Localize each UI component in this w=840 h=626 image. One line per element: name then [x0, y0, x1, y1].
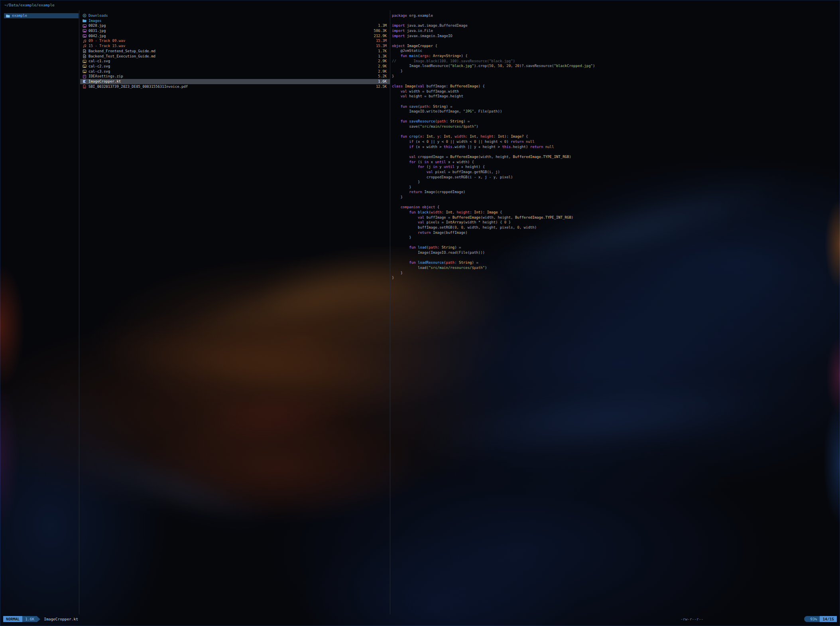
- code-line: for (j in y until y + height) {: [392, 164, 835, 170]
- code-line: val pixels = IntArray(width * height) { …: [392, 220, 835, 225]
- download-icon: [83, 14, 88, 18]
- file-row[interactable]: 0042.jpg212.9K: [80, 34, 390, 39]
- breadcrumb-path: ~/Data/example/example: [4, 3, 55, 7]
- file-row[interactable]: IDEAsettings.zip5.2K: [80, 74, 390, 79]
- code-line: [392, 240, 835, 245]
- code-line: Image(ImageIO.read(File(path))): [392, 250, 835, 255]
- parent-dir-item[interactable]: example: [4, 13, 79, 18]
- code-line: [392, 99, 835, 104]
- code-line: import javax.imageio.ImageIO: [392, 34, 835, 39]
- file-row[interactable]: cal-c1.svg2.9K: [80, 59, 390, 64]
- file-name: 0042.jpg: [89, 34, 370, 39]
- file-row[interactable]: Backend_Test_Execution_Guide.md1.3K: [80, 54, 390, 59]
- file-name: Backend_Test_Execution_Guide.md: [89, 54, 375, 59]
- code-line: save("src/main/resources/$path"): [392, 124, 835, 129]
- code-line: }: [392, 185, 835, 190]
- file-size: 2.9K: [378, 64, 387, 69]
- file-size: 1.3M: [378, 23, 387, 28]
- audio-icon: [83, 39, 88, 43]
- folder-icon: [6, 14, 11, 18]
- code-line: }: [392, 195, 835, 200]
- file-row[interactable]: 0028.jpg1.3M: [80, 23, 390, 28]
- image-icon: [83, 69, 88, 73]
- file-name: 0031.jpg: [89, 28, 370, 34]
- code-line: [392, 114, 835, 119]
- code-line: [392, 129, 835, 134]
- code-line: import java.io.File: [392, 28, 835, 34]
- code-line: fun black(width: Int, height: Int): Imag…: [392, 210, 835, 215]
- code-line: ImageIO.write(buffImage, "JPG", File(pat…: [392, 109, 835, 114]
- code-line: @JvmStatic: [392, 48, 835, 53]
- separator-arrow-icon: [37, 616, 40, 622]
- file-row[interactable]: ImageCropper.kt1.6K: [80, 79, 390, 84]
- pdf-icon: [83, 84, 88, 89]
- parent-dir-label: example: [12, 13, 27, 18]
- code-line: Image.loadResource("black.jpg").crop(50,…: [392, 63, 835, 69]
- file-size: 2.9K: [378, 59, 387, 64]
- code-line: if (x < 0 || y < 0 || width < 0 || heigh…: [392, 139, 835, 144]
- file-name: IDEAsettings.zip: [89, 74, 375, 79]
- status-bar-right: -rw-r--r-- 93% 14/15: [681, 616, 837, 622]
- code-line: }: [392, 235, 835, 240]
- code-line: [392, 200, 835, 205]
- file-size: 5.2K: [378, 74, 387, 79]
- audio-icon: [83, 44, 88, 48]
- mode-indicator: NORMAL: [3, 616, 22, 622]
- file-name: Backend_Frontend_Setup_Guide.md: [89, 49, 375, 54]
- pane-divider: [79, 10, 79, 614]
- code-line: val width = buffImage.width: [392, 89, 835, 94]
- code-line: [392, 79, 835, 84]
- file-size: 15.3M: [376, 38, 387, 43]
- file-row[interactable]: 15 - Track 15.wav15.3M: [80, 43, 390, 49]
- code-line: [392, 255, 835, 261]
- file-size: 1.6K: [378, 79, 387, 84]
- code-line: for (i in x until x + width) {: [392, 160, 835, 165]
- file-row[interactable]: Images: [80, 18, 390, 24]
- file-size: 212.9K: [374, 34, 387, 39]
- preview-pane[interactable]: package org.example import java.awt.imag…: [392, 13, 835, 614]
- code-line: [392, 18, 835, 24]
- file-name: SBI_0032013739_2023_DE05_0003155631Invoi…: [89, 84, 373, 89]
- folder-icon: [83, 19, 88, 23]
- file-row[interactable]: 09 - Track 09.wav15.3M: [80, 38, 390, 43]
- file-size: 1.7K: [378, 49, 387, 54]
- code-line: return Image(buffImage): [392, 230, 835, 235]
- code-line: fun crop(x: Int, y: Int, width: Int, hei…: [392, 134, 835, 139]
- file-row[interactable]: cal-c3.svg2.9K: [80, 69, 390, 74]
- code-line: if (x + width > this.width || y + height…: [392, 144, 835, 150]
- code-line: [392, 38, 835, 43]
- file-row[interactable]: Backend_Frontend_Setup_Guide.md1.7K: [80, 49, 390, 54]
- scroll-percent-badge: 93%: [807, 616, 820, 622]
- code-line: val buffImage = BufferedImage(width, hei…: [392, 215, 835, 220]
- file-name: Images: [89, 18, 384, 24]
- code-line: class Image(val buffImage: BufferedImage…: [392, 84, 835, 89]
- file-permissions: -rw-r--r--: [681, 617, 703, 621]
- file-row[interactable]: cal-c2.svg2.9K: [80, 64, 390, 69]
- code-line: }: [392, 180, 835, 185]
- image-icon: [83, 64, 88, 69]
- file-size: 2.9K: [378, 69, 387, 74]
- code-line: croppedImage.setRGB(i - x, j - y, pixel): [392, 175, 835, 180]
- image-icon: [83, 29, 88, 33]
- code-line: object ImageCropper {: [392, 43, 835, 49]
- file-name: cal-c2.svg: [89, 64, 375, 69]
- parent-pane: example: [4, 13, 79, 18]
- code-line: load("src/main/resources/$path"): [392, 265, 835, 271]
- code-line: fun load(path: String) =: [392, 245, 835, 250]
- file-name: 0028.jpg: [89, 23, 375, 28]
- code-line: [392, 149, 835, 154]
- file-name: 09 - Track 09.wav: [89, 38, 373, 43]
- code-line: return Image(croppedImage): [392, 190, 835, 195]
- file-row[interactable]: SBI_0032013739_2023_DE05_0003155631Invoi…: [80, 84, 390, 89]
- file-row[interactable]: Downloads: [80, 13, 390, 18]
- pane-divider: [390, 10, 390, 614]
- doc-icon: [83, 54, 88, 58]
- code-line: }: [392, 275, 835, 280]
- code-line: fun main(args: Array<String>) {: [392, 53, 835, 59]
- image-icon: [83, 34, 88, 38]
- code-line: }: [392, 69, 835, 74]
- code-line: fun save(path: String) =: [392, 104, 835, 109]
- file-row[interactable]: 0031.jpg586.3K: [80, 28, 390, 34]
- file-name: cal-c3.svg: [89, 69, 375, 74]
- file-size: 1.3K: [378, 54, 387, 59]
